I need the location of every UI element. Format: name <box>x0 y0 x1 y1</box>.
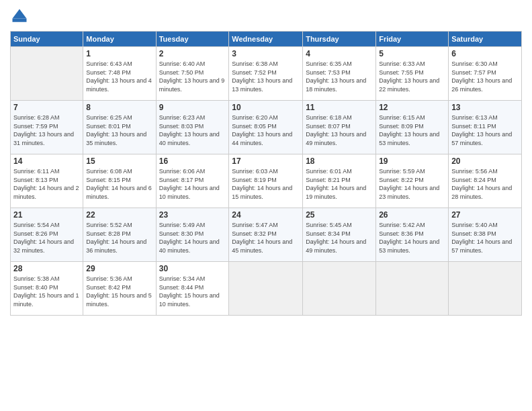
cell-info: Sunrise: 6:01 AMSunset: 8:21 PMDaylight:… <box>306 167 373 201</box>
cell-day-number: 8 <box>86 103 152 112</box>
cell-info: Sunrise: 5:34 AMSunset: 8:44 PMDaylight:… <box>159 275 226 308</box>
logo-icon <box>10 7 29 26</box>
cell-info: Sunrise: 6:30 AMSunset: 7:57 PMDaylight:… <box>451 60 519 93</box>
calendar-body: 1Sunrise: 6:43 AMSunset: 7:48 PMDaylight… <box>11 47 522 316</box>
calendar-week-row: 28Sunrise: 5:38 AMSunset: 8:40 PMDayligh… <box>11 262 522 316</box>
cell-info: Sunrise: 6:23 AMSunset: 8:03 PMDaylight:… <box>159 113 226 147</box>
cell-day-number: 14 <box>13 156 80 166</box>
cell-info: Sunrise: 6:13 AMSunset: 8:11 PMDaylight:… <box>451 113 519 147</box>
day-header-cell: Friday <box>376 32 449 47</box>
calendar-cell: 11Sunrise: 6:18 AMSunset: 8:07 PMDayligh… <box>303 101 376 154</box>
cell-day-number: 9 <box>159 103 226 112</box>
cell-day-number: 25 <box>306 210 373 220</box>
cell-info: Sunrise: 6:35 AMSunset: 7:53 PMDaylight:… <box>306 60 373 93</box>
cell-day-number: 7 <box>13 103 80 112</box>
cell-info: Sunrise: 6:06 AMSunset: 8:17 PMDaylight:… <box>159 167 226 201</box>
cell-day-number: 12 <box>379 103 445 112</box>
calendar-cell <box>303 262 376 316</box>
cell-day-number: 11 <box>306 103 373 112</box>
calendar-cell: 1Sunrise: 6:43 AMSunset: 7:48 PMDaylight… <box>83 47 156 101</box>
cell-day-number: 5 <box>379 49 445 58</box>
calendar-week-row: 1Sunrise: 6:43 AMSunset: 7:48 PMDaylight… <box>11 47 522 101</box>
calendar-cell: 2Sunrise: 6:40 AMSunset: 7:50 PMDaylight… <box>156 47 229 101</box>
day-header-row: SundayMondayTuesdayWednesdayThursdayFrid… <box>11 32 522 47</box>
calendar-cell: 24Sunrise: 5:47 AMSunset: 8:32 PMDayligh… <box>229 208 303 262</box>
cell-info: Sunrise: 5:40 AMSunset: 8:38 PMDaylight:… <box>451 221 519 255</box>
calendar-cell <box>229 262 303 316</box>
day-header-cell: Monday <box>83 32 156 47</box>
calendar-cell: 12Sunrise: 6:15 AMSunset: 8:09 PMDayligh… <box>376 101 449 154</box>
cell-info: Sunrise: 5:36 AMSunset: 8:42 PMDaylight:… <box>86 275 152 308</box>
cell-day-number: 23 <box>159 210 226 220</box>
cell-day-number: 16 <box>159 156 226 166</box>
calendar-cell: 23Sunrise: 5:49 AMSunset: 8:30 PMDayligh… <box>156 208 229 262</box>
cell-day-number: 29 <box>86 264 152 273</box>
calendar-cell: 5Sunrise: 6:33 AMSunset: 7:55 PMDaylight… <box>376 47 449 101</box>
cell-day-number: 24 <box>232 210 300 220</box>
calendar-cell: 9Sunrise: 6:23 AMSunset: 8:03 PMDaylight… <box>156 101 229 154</box>
calendar-week-row: 7Sunrise: 6:28 AMSunset: 7:59 PMDaylight… <box>11 101 522 154</box>
calendar-cell <box>449 262 522 316</box>
cell-day-number: 2 <box>159 49 226 58</box>
cell-info: Sunrise: 5:52 AMSunset: 8:28 PMDaylight:… <box>86 221 152 255</box>
calendar-cell: 27Sunrise: 5:40 AMSunset: 8:38 PMDayligh… <box>449 208 522 262</box>
cell-info: Sunrise: 6:43 AMSunset: 7:48 PMDaylight:… <box>86 60 152 93</box>
cell-info: Sunrise: 5:47 AMSunset: 8:32 PMDaylight:… <box>232 221 300 255</box>
cell-info: Sunrise: 5:59 AMSunset: 8:22 PMDaylight:… <box>379 167 445 201</box>
calendar-cell: 7Sunrise: 6:28 AMSunset: 7:59 PMDaylight… <box>11 101 83 154</box>
cell-day-number: 21 <box>13 210 80 220</box>
cell-day-number: 17 <box>232 156 300 166</box>
header <box>10 7 522 26</box>
cell-info: Sunrise: 5:45 AMSunset: 8:34 PMDaylight:… <box>306 221 373 255</box>
calendar-cell: 29Sunrise: 5:36 AMSunset: 8:42 PMDayligh… <box>83 262 156 316</box>
calendar-cell: 30Sunrise: 5:34 AMSunset: 8:44 PMDayligh… <box>156 262 229 316</box>
calendar-cell: 18Sunrise: 6:01 AMSunset: 8:21 PMDayligh… <box>303 154 376 208</box>
calendar-cell: 3Sunrise: 6:38 AMSunset: 7:52 PMDaylight… <box>229 47 303 101</box>
svg-marker-0 <box>13 9 27 19</box>
calendar-cell: 17Sunrise: 6:03 AMSunset: 8:19 PMDayligh… <box>229 154 303 208</box>
calendar-cell <box>11 47 83 101</box>
day-header-cell: Sunday <box>11 32 83 47</box>
cell-day-number: 15 <box>86 156 152 166</box>
calendar-cell: 4Sunrise: 6:35 AMSunset: 7:53 PMDaylight… <box>303 47 376 101</box>
cell-info: Sunrise: 6:20 AMSunset: 8:05 PMDaylight:… <box>232 113 300 147</box>
calendar-cell: 19Sunrise: 5:59 AMSunset: 8:22 PMDayligh… <box>376 154 449 208</box>
cell-info: Sunrise: 6:40 AMSunset: 7:50 PMDaylight:… <box>159 60 226 93</box>
day-header-cell: Thursday <box>303 32 376 47</box>
cell-info: Sunrise: 5:56 AMSunset: 8:24 PMDaylight:… <box>451 167 519 201</box>
calendar-cell: 22Sunrise: 5:52 AMSunset: 8:28 PMDayligh… <box>83 208 156 262</box>
calendar-cell: 26Sunrise: 5:42 AMSunset: 8:36 PMDayligh… <box>376 208 449 262</box>
cell-info: Sunrise: 6:03 AMSunset: 8:19 PMDaylight:… <box>232 167 300 201</box>
day-header-cell: Wednesday <box>229 32 303 47</box>
cell-day-number: 27 <box>451 210 519 220</box>
cell-day-number: 10 <box>232 103 300 112</box>
cell-day-number: 30 <box>159 264 226 273</box>
cell-info: Sunrise: 6:08 AMSunset: 8:15 PMDaylight:… <box>86 167 152 201</box>
cell-day-number: 6 <box>451 49 519 58</box>
cell-day-number: 22 <box>86 210 152 220</box>
calendar-header: SundayMondayTuesdayWednesdayThursdayFrid… <box>11 32 522 47</box>
cell-day-number: 28 <box>13 264 80 273</box>
calendar-week-row: 21Sunrise: 5:54 AMSunset: 8:26 PMDayligh… <box>11 208 522 262</box>
calendar-cell: 15Sunrise: 6:08 AMSunset: 8:15 PMDayligh… <box>83 154 156 208</box>
logo <box>10 7 32 26</box>
cell-info: Sunrise: 5:38 AMSunset: 8:40 PMDaylight:… <box>13 275 80 308</box>
cell-info: Sunrise: 6:33 AMSunset: 7:55 PMDaylight:… <box>379 60 445 93</box>
cell-day-number: 3 <box>232 49 300 58</box>
calendar-cell <box>376 262 449 316</box>
calendar-cell: 16Sunrise: 6:06 AMSunset: 8:17 PMDayligh… <box>156 154 229 208</box>
calendar-cell: 10Sunrise: 6:20 AMSunset: 8:05 PMDayligh… <box>229 101 303 154</box>
calendar-cell: 14Sunrise: 6:11 AMSunset: 8:13 PMDayligh… <box>11 154 83 208</box>
calendar-cell: 25Sunrise: 5:45 AMSunset: 8:34 PMDayligh… <box>303 208 376 262</box>
cell-info: Sunrise: 5:42 AMSunset: 8:36 PMDaylight:… <box>379 221 445 255</box>
calendar-week-row: 14Sunrise: 6:11 AMSunset: 8:13 PMDayligh… <box>11 154 522 208</box>
cell-info: Sunrise: 6:15 AMSunset: 8:09 PMDaylight:… <box>379 113 445 147</box>
cell-info: Sunrise: 6:11 AMSunset: 8:13 PMDaylight:… <box>13 167 80 201</box>
calendar-cell: 13Sunrise: 6:13 AMSunset: 8:11 PMDayligh… <box>449 101 522 154</box>
cell-day-number: 4 <box>306 49 373 58</box>
svg-rect-1 <box>13 19 27 22</box>
calendar-cell: 21Sunrise: 5:54 AMSunset: 8:26 PMDayligh… <box>11 208 83 262</box>
cell-info: Sunrise: 6:28 AMSunset: 7:59 PMDaylight:… <box>13 113 80 147</box>
cell-info: Sunrise: 5:49 AMSunset: 8:30 PMDaylight:… <box>159 221 226 255</box>
cell-info: Sunrise: 6:38 AMSunset: 7:52 PMDaylight:… <box>232 60 300 93</box>
